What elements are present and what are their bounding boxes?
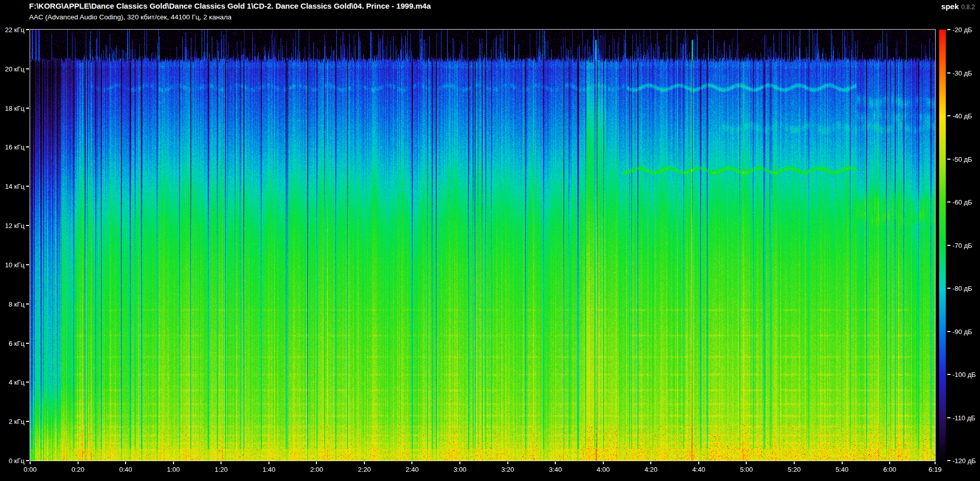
y-axis-label: 2 кГц bbox=[1, 418, 24, 425]
y-axis-label: 22 кГц bbox=[1, 26, 24, 34]
x-axis-tick bbox=[316, 462, 317, 464]
legend-tick bbox=[947, 288, 950, 289]
y-axis-label: 4 кГц bbox=[1, 378, 24, 386]
x-axis-tick bbox=[603, 462, 604, 464]
legend-label: -70 дБ bbox=[952, 241, 972, 249]
x-axis-label: 3:40 bbox=[549, 466, 562, 473]
legend-label: -100 дБ bbox=[952, 371, 976, 378]
plot-frame bbox=[30, 29, 936, 461]
legend-label: -20 дБ bbox=[952, 26, 972, 34]
x-axis-tick bbox=[220, 462, 222, 464]
x-axis-tick bbox=[794, 462, 795, 464]
x-axis-label: 0:40 bbox=[119, 466, 132, 473]
y-axis-tick bbox=[26, 343, 29, 344]
y-axis-tick bbox=[26, 108, 29, 109]
y-axis-tick bbox=[26, 186, 29, 187]
x-axis-label: 4:40 bbox=[692, 466, 705, 473]
y-axis-tick bbox=[26, 225, 29, 226]
x-axis-label: 3:20 bbox=[501, 466, 514, 473]
legend-label: -110 дБ bbox=[952, 414, 975, 421]
x-axis-label: 4:00 bbox=[597, 466, 609, 473]
legend-tick bbox=[947, 417, 950, 418]
y-axis-label: 12 кГц bbox=[1, 222, 24, 230]
spek-window: F:\KORG\APPLE\Dance Classics Gold\Dance … bbox=[0, 0, 980, 481]
x-axis-label: 1:00 bbox=[167, 466, 180, 473]
legend-label: -50 дБ bbox=[952, 155, 972, 163]
file-path-title: F:\KORG\APPLE\Dance Classics Gold\Dance … bbox=[29, 2, 431, 10]
x-axis-label: 4:20 bbox=[645, 466, 657, 473]
x-axis-tick bbox=[30, 462, 31, 464]
y-axis-label: 20 кГц bbox=[1, 65, 24, 72]
y-axis-tick bbox=[26, 68, 29, 69]
legend-gradient-canvas bbox=[939, 30, 946, 461]
app-name: spek bbox=[941, 2, 959, 11]
x-axis-label: 2:20 bbox=[358, 466, 371, 473]
x-axis-label: 1:20 bbox=[215, 466, 228, 473]
x-axis-tick bbox=[935, 462, 936, 464]
y-axis-tick bbox=[26, 460, 29, 461]
x-axis-label: 2:40 bbox=[406, 466, 419, 473]
legend-tick bbox=[947, 159, 950, 160]
y-axis-label: 6 кГц bbox=[1, 339, 24, 347]
legend-tick bbox=[947, 460, 950, 461]
y-axis-label: 8 кГц bbox=[1, 300, 24, 308]
y-axis-tick bbox=[26, 29, 29, 30]
x-axis-tick bbox=[650, 462, 651, 464]
x-axis-label: 5:20 bbox=[788, 466, 800, 473]
x-axis-tick bbox=[125, 462, 126, 464]
codec-info: AAC (Advanced Audio Coding), 320 кбит/се… bbox=[29, 13, 232, 21]
y-axis-tick bbox=[26, 421, 29, 422]
legend-label: -80 дБ bbox=[952, 285, 972, 292]
x-axis-label: 3:00 bbox=[453, 466, 466, 473]
legend-tick bbox=[947, 115, 950, 116]
legend-label: -30 дБ bbox=[952, 69, 972, 77]
legend-tick bbox=[947, 72, 950, 73]
x-axis-tick bbox=[698, 462, 699, 464]
x-axis-tick bbox=[459, 462, 460, 464]
x-axis-tick bbox=[173, 462, 174, 464]
x-axis-tick bbox=[746, 462, 747, 464]
app-brand: spek 0.8.2 bbox=[941, 2, 975, 11]
x-axis-label: 0:20 bbox=[71, 466, 84, 473]
x-axis-tick bbox=[842, 462, 843, 464]
x-axis-label: 5:00 bbox=[740, 466, 753, 473]
x-axis-label: 6:00 bbox=[883, 466, 896, 473]
x-axis-tick bbox=[411, 462, 412, 464]
legend-tick bbox=[947, 245, 950, 246]
app-version: 0.8.2 bbox=[961, 4, 975, 11]
y-axis-tick bbox=[26, 382, 29, 383]
y-axis-label: 14 кГц bbox=[1, 183, 24, 190]
x-axis-label: 6:19 bbox=[928, 466, 941, 473]
x-axis-label: 2:00 bbox=[310, 466, 323, 473]
legend-label: -40 дБ bbox=[952, 112, 972, 120]
x-axis-tick bbox=[364, 462, 365, 464]
y-axis-label: 16 кГц bbox=[1, 143, 24, 151]
y-axis-tick bbox=[26, 146, 29, 147]
legend-label: -90 дБ bbox=[952, 327, 972, 335]
x-axis-tick bbox=[78, 462, 79, 464]
y-axis-label: 18 кГц bbox=[1, 104, 24, 112]
x-axis-label: 0:00 bbox=[23, 466, 36, 473]
y-axis-label: 10 кГц bbox=[1, 261, 24, 268]
x-axis-tick bbox=[555, 462, 556, 464]
spectrogram-canvas bbox=[30, 30, 935, 461]
y-axis-tick bbox=[26, 264, 29, 265]
x-axis-label: 1:40 bbox=[262, 466, 275, 473]
x-axis-tick bbox=[889, 462, 890, 464]
y-axis-tick bbox=[26, 303, 29, 305]
x-axis-tick bbox=[507, 462, 508, 464]
legend-tick bbox=[947, 29, 950, 30]
legend-label: -120 дБ bbox=[952, 457, 976, 465]
x-axis-label: 5:40 bbox=[836, 466, 848, 473]
y-axis-label: 0 кГц bbox=[1, 457, 24, 465]
legend-label: -60 дБ bbox=[952, 198, 972, 206]
legend-tick bbox=[947, 331, 950, 332]
x-axis-tick bbox=[268, 462, 270, 464]
legend-tick bbox=[947, 374, 950, 375]
legend-tick bbox=[947, 201, 950, 202]
